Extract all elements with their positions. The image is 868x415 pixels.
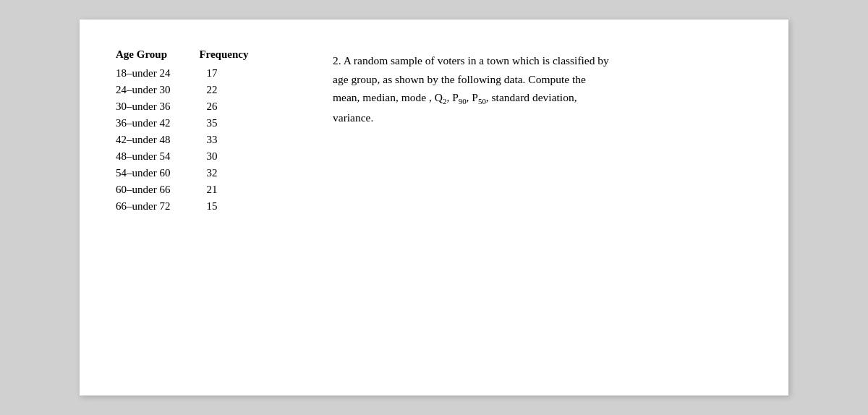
frequency-cell: 30: [199, 148, 248, 165]
table-row: 24–under 3022: [116, 82, 248, 98]
table-row: 60–under 6621: [116, 181, 248, 198]
age-group-cell: 60–under 66: [116, 181, 199, 198]
page: Age Group Frequency 18–under 241724–unde…: [80, 20, 788, 395]
frequency-cell: 33: [199, 132, 248, 148]
frequency-cell: 32: [199, 165, 248, 181]
right-section: 2. A random sample of voters in a town w…: [333, 48, 752, 367]
age-group-cell: 42–under 48: [116, 132, 199, 148]
line3-suffix: , standard deviation,: [486, 91, 577, 103]
frequency-cell: 15: [199, 198, 248, 215]
age-group-cell: 54–under 60: [116, 165, 199, 181]
age-group-cell: 18–under 24: [116, 65, 199, 82]
frequency-cell: 21: [199, 181, 248, 198]
p50-subscript: 50: [478, 97, 486, 106]
frequency-cell: 26: [199, 98, 248, 115]
p50-prefix: , P: [467, 91, 478, 103]
problem-line2: age group, as shown by the following dat…: [333, 73, 586, 85]
table-row: 48–under 5430: [116, 148, 248, 165]
problem-line1: 2. A random sample of voters in a town w…: [333, 54, 609, 67]
col1-header: Age Group: [116, 48, 199, 65]
p90-subscript: 90: [459, 97, 467, 106]
data-table: Age Group Frequency 18–under 241724–unde…: [116, 48, 248, 215]
age-group-cell: 36–under 42: [116, 115, 199, 132]
table-container: Age Group Frequency 18–under 241724–unde…: [116, 48, 304, 215]
col2-header: Frequency: [199, 48, 248, 65]
left-section: Age Group Frequency 18–under 241724–unde…: [116, 48, 304, 367]
problem-line4: variance.: [333, 111, 373, 124]
table-row: 66–under 7215: [116, 198, 248, 215]
frequency-cell: 17: [199, 65, 248, 82]
age-group-cell: 48–under 54: [116, 148, 199, 165]
problem-line1-text: A random sample of voters in a town whic…: [344, 54, 609, 67]
table-row: 36–under 4235: [116, 115, 248, 132]
frequency-cell: 35: [199, 115, 248, 132]
table-row: 30–under 3626: [116, 98, 248, 115]
age-group-cell: 24–under 30: [116, 82, 199, 98]
problem-number: 2.: [333, 54, 341, 67]
frequency-cell: 22: [199, 82, 248, 98]
p90-prefix: , P: [446, 91, 458, 103]
table-row: 42–under 4833: [116, 132, 248, 148]
table-row: 18–under 2417: [116, 65, 248, 82]
age-group-cell: 66–under 72: [116, 198, 199, 215]
table-row: 54–under 6032: [116, 165, 248, 181]
problem-line3: mean, median, mode , Q2, P90, P50, stand…: [333, 91, 577, 103]
line3-prefix: mean, median, mode , Q: [333, 91, 443, 103]
age-group-cell: 30–under 36: [116, 98, 199, 115]
